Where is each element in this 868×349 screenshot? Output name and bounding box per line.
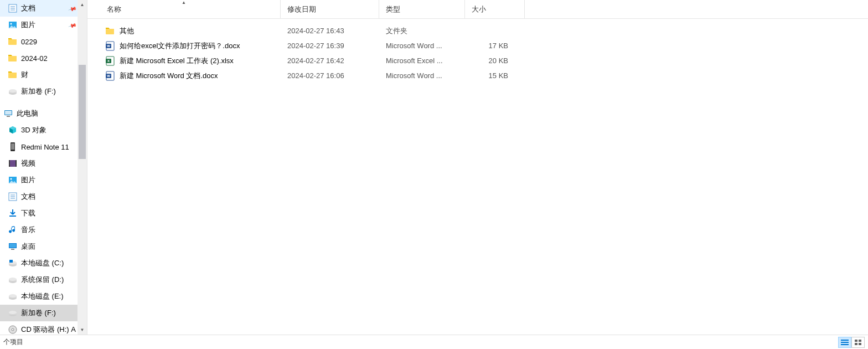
folder-icon (8, 70, 18, 80)
pc-item-4[interactable]: 文档 (0, 188, 78, 205)
scroll-thumb[interactable] (79, 65, 86, 159)
tree-item-label: 视频 (21, 158, 35, 168)
svg-rect-39 (859, 340, 861, 342)
sort-asc-icon: ▲ (182, 0, 186, 5)
pin-icon: 📌 (68, 20, 77, 29)
tree-item-label: 本地磁盘 (E:) (21, 291, 64, 301)
file-type: 文件夹 (379, 26, 465, 36)
cd-icon (8, 325, 18, 335)
quick-item-1[interactable]: 图片📌 (0, 17, 78, 33)
sidebar-scrollbar[interactable]: ▲ ▼ (78, 0, 87, 335)
tree-item-label: 2024-02 (21, 54, 48, 63)
navigation-sidebar: 文档📌图片📌02292024-02财新加卷 (F:)此电脑3D 对象Redmi … (0, 0, 87, 335)
column-type[interactable]: 类型 (379, 0, 465, 18)
file-row[interactable]: 新建 Microsoft Word 文档.docx2024-02-27 16:0… (87, 68, 868, 83)
details-view-button[interactable] (838, 337, 851, 348)
tree-item-label: 财 (21, 70, 28, 80)
file-type: Microsoft Word ... (379, 42, 465, 50)
svg-rect-35 (841, 340, 849, 341)
pc-item-12[interactable]: CD 驱动器 (H:) A (0, 321, 78, 335)
file-row[interactable]: 新建 Microsoft Excel 工作表 (2).xlsx2024-02-2… (87, 53, 868, 68)
tree-item-label: 图片 (21, 175, 35, 185)
desktop-icon (8, 242, 18, 252)
music-icon (8, 225, 18, 235)
pc-item-2[interactable]: 视频 (0, 155, 78, 172)
disk-icon (8, 291, 18, 301)
tree-item-label: 下载 (21, 208, 35, 218)
content-area: 名称 ▲ 修改日期 类型 大小 其他2024-02-27 16:43文件夹如何给… (87, 0, 868, 335)
pc-item-10[interactable]: 本地磁盘 (E:) (0, 288, 78, 305)
file-name: 新建 Microsoft Word 文档.docx (120, 71, 218, 81)
quick-item-0[interactable]: 文档📌 (0, 0, 78, 17)
svg-rect-41 (859, 343, 861, 345)
tree-item-label: Redmi Note 11 (21, 143, 69, 151)
tree-item-label: 系统保留 (D:) (21, 275, 64, 285)
tree-item-label: 新加卷 (F:) (21, 308, 56, 318)
doc-lib-icon (8, 3, 18, 13)
disk-icon (8, 86, 18, 96)
pc-item-9[interactable]: 系统保留 (D:) (0, 271, 78, 288)
scroll-track[interactable] (78, 9, 87, 325)
folder-icon (8, 53, 18, 63)
file-size: 20 KB (465, 57, 525, 65)
scroll-down-button[interactable]: ▼ (78, 325, 87, 335)
column-size-label: 大小 (472, 4, 486, 14)
tree-item-label: 本地磁盘 (C:) (21, 258, 64, 268)
img-lib-icon (8, 175, 18, 185)
pc-item-5[interactable]: 下载 (0, 205, 78, 222)
column-date-label: 修改日期 (287, 4, 316, 14)
pc-item-1[interactable]: Redmi Note 11 (0, 138, 78, 155)
this-pc[interactable]: 此电脑 (0, 105, 78, 122)
pc-item-7[interactable]: 桌面 (0, 238, 78, 255)
file-size: 15 KB (465, 71, 525, 80)
quick-item-3[interactable]: 2024-02 (0, 50, 78, 66)
pin-icon: 📌 (68, 4, 77, 13)
tree-item-label: 0229 (21, 38, 37, 46)
phone-icon (8, 142, 18, 152)
xlsx-icon (105, 56, 115, 66)
quick-item-5[interactable]: 新加卷 (F:) (0, 83, 78, 100)
img-lib-icon (8, 20, 18, 30)
column-name[interactable]: 名称 ▲ (87, 0, 281, 18)
download-icon (8, 208, 18, 218)
disk-icon (8, 275, 18, 285)
tree-item-label: 3D 对象 (21, 125, 46, 135)
file-date: 2024-02-27 16:43 (281, 27, 379, 35)
file-row[interactable]: 如何给excel文件添加打开密码？.docx2024-02-27 16:39Mi… (87, 38, 868, 53)
disk-c-icon (8, 258, 18, 268)
pc-item-3[interactable]: 图片 (0, 172, 78, 188)
icons-view-button[interactable] (851, 337, 865, 348)
tree-item-label: 文档 (21, 192, 35, 202)
pc-item-6[interactable]: 音乐 (0, 222, 78, 238)
pc-item-0[interactable]: 3D 对象 (0, 122, 78, 138)
docx-icon (105, 41, 115, 51)
tree-item-label: CD 驱动器 (H:) A (21, 325, 76, 335)
pc-item-8[interactable]: 本地磁盘 (C:) (0, 255, 78, 271)
3d-icon (8, 125, 18, 135)
svg-rect-36 (841, 342, 849, 343)
file-type: Microsoft Excel ... (379, 57, 465, 65)
quick-item-2[interactable]: 0229 (0, 33, 78, 50)
file-name: 新建 Microsoft Excel 工作表 (2).xlsx (120, 56, 234, 66)
quick-item-4[interactable]: 财 (0, 66, 78, 83)
folder-icon (8, 37, 18, 47)
column-size[interactable]: 大小 (465, 0, 525, 18)
file-date: 2024-02-27 16:39 (281, 42, 379, 50)
file-list[interactable]: 其他2024-02-27 16:43文件夹如何给excel文件添加打开密码？.d… (87, 19, 868, 335)
folder-icon (105, 26, 115, 36)
status-bar: 个项目 (0, 335, 868, 349)
file-row[interactable]: 其他2024-02-27 16:43文件夹 (87, 23, 868, 38)
disk-icon (8, 308, 18, 318)
file-type: Microsoft Word ... (379, 71, 465, 80)
svg-rect-37 (841, 344, 849, 345)
scroll-up-button[interactable]: ▲ (78, 0, 87, 9)
column-date[interactable]: 修改日期 (281, 0, 379, 18)
pc-item-11[interactable]: 新加卷 (F:) (0, 305, 78, 321)
svg-rect-40 (855, 343, 857, 345)
file-date: 2024-02-27 16:06 (281, 71, 379, 80)
file-name: 其他 (120, 26, 134, 36)
status-text: 个项目 (3, 337, 838, 347)
column-name-label: 名称 (107, 4, 121, 14)
tree-item-label: 新加卷 (F:) (21, 86, 56, 96)
tree-item-label: 音乐 (21, 225, 35, 235)
